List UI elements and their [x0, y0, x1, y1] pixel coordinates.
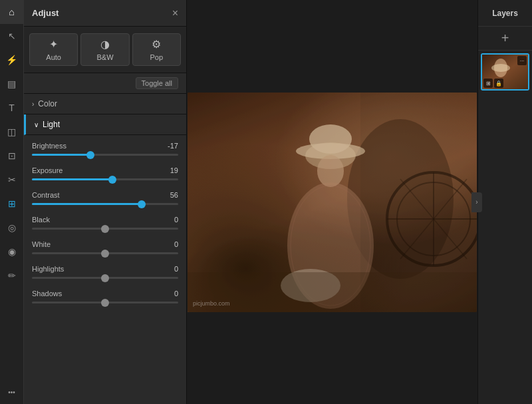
svg-point-19 [491, 64, 510, 72]
white-value: 0 [174, 240, 178, 248]
circle-icon[interactable]: ◎ [0, 216, 24, 240]
brightness-track[interactable] [32, 154, 178, 156]
bolt-icon[interactable]: ⚡ [0, 48, 24, 72]
panel-title: Adjust [32, 8, 59, 18]
layers-panel: Layers + ··· ⊞ 🔒 [477, 0, 532, 404]
adjust-header: Adjust × [24, 0, 186, 27]
color-chevron: › [32, 101, 34, 108]
color-section-header[interactable]: › Color [24, 94, 186, 114]
more-icon[interactable]: ••• [0, 380, 24, 404]
shadows-value: 0 [174, 290, 178, 298]
contrast-track[interactable] [32, 203, 178, 205]
brightness-label: Brightness [32, 142, 66, 150]
photo-watermark: picjumbo.com [193, 300, 230, 307]
spot-icon[interactable]: ◉ [0, 240, 24, 264]
black-label: Black [32, 216, 50, 224]
highlights-track[interactable] [32, 277, 178, 279]
photo-svg [188, 93, 477, 312]
home-icon[interactable]: ⌂ [0, 0, 24, 24]
white-track[interactable] [32, 252, 178, 254]
auto-button[interactable]: ✦ Auto [29, 33, 78, 66]
pop-label: Pop [150, 53, 164, 61]
toggle-all-button[interactable]: Toggle all [136, 77, 178, 89]
text-icon[interactable]: T [0, 96, 24, 120]
bw-label: B&W [96, 53, 113, 61]
contrast-value: 56 [170, 191, 178, 199]
svg-rect-16 [188, 272, 477, 312]
auto-label: Auto [46, 53, 61, 61]
exposure-row: Exposure 19 [24, 162, 186, 187]
left-toolbar: ⌂ ↖ ⚡ ▤ T ◫ ⊡ ✂ ⊞ ◎ ◉ ✏ ••• [0, 0, 24, 404]
pen-icon[interactable]: ✏ [0, 264, 24, 288]
highlights-value: 0 [174, 265, 178, 273]
black-row: Black 0 [24, 212, 186, 236]
brightness-value: -17 [168, 142, 178, 150]
auto-icon: ✦ [49, 38, 58, 51]
contrast-row: Contrast 56 [24, 187, 186, 212]
brightness-row: Brightness -17 [24, 138, 186, 162]
photo-canvas: picjumbo.com › [188, 49, 477, 355]
layer-thumbnail[interactable]: ··· ⊞ 🔒 [481, 53, 529, 91]
toggle-all-row: Toggle all [24, 73, 186, 94]
add-layer-button[interactable]: + [478, 27, 532, 51]
shadows-label: Shadows [32, 290, 62, 298]
adjust-panel: Adjust × ✦ Auto ◑ B&W ⚙ Pop Toggle all ›… [24, 0, 187, 404]
shadows-track[interactable] [32, 302, 178, 303]
photo-image: picjumbo.com [188, 93, 477, 312]
bw-button[interactable]: ◑ B&W [80, 33, 129, 66]
white-row: White 0 [24, 236, 186, 261]
pop-button[interactable]: ⚙ Pop [132, 33, 181, 66]
highlights-label: Highlights [32, 265, 64, 273]
light-label: Light [43, 120, 60, 129]
mask-icon[interactable]: ◫ [0, 120, 24, 144]
light-chevron: ∨ [34, 121, 39, 128]
layer-lock-icon: 🔒 [494, 79, 503, 88]
layers-title: Layers [478, 0, 532, 27]
scissors-icon[interactable]: ✂ [0, 168, 24, 192]
bw-icon: ◑ [100, 38, 110, 51]
layer-more-button[interactable]: ··· [517, 56, 527, 65]
shadows-row: Shadows 0 [24, 286, 186, 310]
main-content: picjumbo.com › [187, 0, 477, 404]
layer-image-icon: ⊞ [483, 79, 493, 88]
color-label: Color [38, 99, 57, 108]
pop-icon: ⚙ [152, 38, 161, 51]
light-section-header[interactable]: ∨ Light [24, 114, 186, 135]
highlights-row: Highlights 0 [24, 261, 186, 286]
exposure-value: 19 [170, 166, 178, 174]
layer-bottom-icons: ⊞ 🔒 [483, 79, 503, 88]
expand-arrow[interactable]: › [471, 192, 482, 212]
tool-buttons-row: ✦ Auto ◑ B&W ⚙ Pop [24, 27, 186, 73]
black-value: 0 [174, 216, 178, 224]
sections-container: › Color ∨ Light Brightness -17 [24, 94, 186, 404]
white-label: White [32, 240, 51, 248]
exposure-label: Exposure [32, 166, 63, 174]
light-sliders: Brightness -17 Exposure 19 [24, 135, 186, 313]
contrast-label: Contrast [32, 191, 60, 199]
adjust-tool-icon[interactable]: ⊞ [0, 192, 24, 216]
black-track[interactable] [32, 228, 178, 230]
cursor-icon[interactable]: ↖ [0, 24, 24, 48]
close-button[interactable]: × [172, 7, 178, 19]
crop-icon[interactable]: ⊡ [0, 144, 24, 168]
layers-tool-icon[interactable]: ▤ [0, 72, 24, 96]
exposure-track[interactable] [32, 178, 178, 180]
layer-overlay-buttons: ··· [517, 56, 527, 65]
